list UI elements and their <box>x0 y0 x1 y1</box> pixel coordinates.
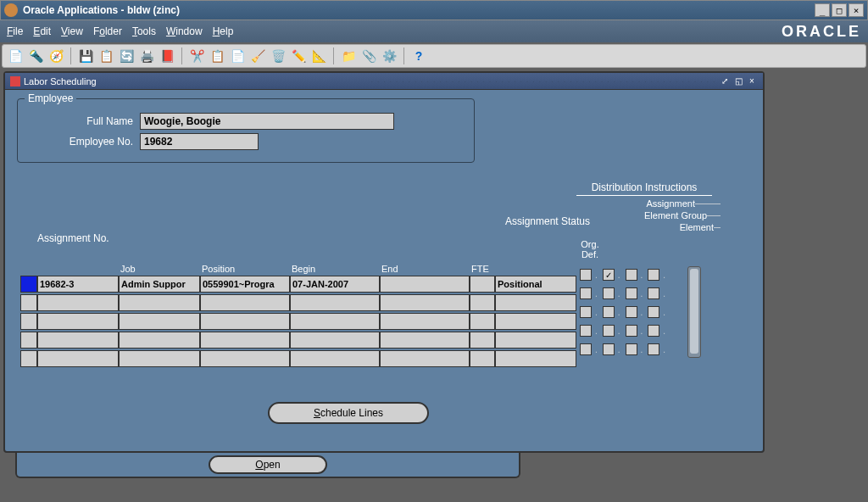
scroll-thumb[interactable] <box>690 269 698 354</box>
save-icon[interactable]: 💾 <box>78 48 93 64</box>
cell-status[interactable] <box>495 332 576 349</box>
cell-status[interactable] <box>495 350 576 367</box>
cut-icon[interactable]: ✂️ <box>189 48 204 64</box>
form-minimize-button[interactable]: ⤢ <box>719 75 731 87</box>
row-selector[interactable] <box>20 350 37 367</box>
element-group-checkbox[interactable] <box>626 343 637 355</box>
paste-icon[interactable]: 📄 <box>230 48 245 64</box>
cell-job[interactable] <box>119 294 200 311</box>
switch-icon[interactable]: 🔄 <box>119 48 134 64</box>
cell-fte[interactable] <box>470 332 495 349</box>
assignment-checkbox[interactable] <box>603 287 615 299</box>
table-row[interactable]: 19682-3 Admin Suppor 0559901~Progra 07-J… <box>20 276 576 293</box>
full-name-field[interactable] <box>140 113 394 130</box>
close-button[interactable]: × <box>849 3 864 17</box>
clear-icon[interactable]: 🧹 <box>250 48 265 64</box>
cell-status[interactable] <box>495 313 576 330</box>
assignment-checkbox[interactable]: ✓ <box>603 269 615 281</box>
cell-end[interactable] <box>380 313 470 330</box>
org-def-checkbox[interactable] <box>580 287 592 299</box>
form-restore-button[interactable]: ◱ <box>732 75 744 87</box>
element-checkbox[interactable] <box>648 306 659 318</box>
table-row[interactable] <box>20 294 576 311</box>
cell-job[interactable] <box>119 313 200 330</box>
cell-fte[interactable] <box>470 350 495 367</box>
cell-job[interactable] <box>119 332 200 349</box>
cell-assignment-no[interactable]: 19682-3 <box>37 276 119 293</box>
row-selector[interactable] <box>20 332 37 349</box>
attach-icon[interactable]: 📎 <box>361 48 376 64</box>
menu-help[interactable]: Help <box>213 25 234 37</box>
export-icon[interactable]: ⚙️ <box>381 48 397 64</box>
cell-end[interactable] <box>380 350 470 367</box>
maximize-button[interactable]: □ <box>832 3 847 17</box>
edit-icon[interactable]: ✏️ <box>291 48 306 64</box>
navigate-icon[interactable]: 🧭 <box>48 48 64 64</box>
menu-file[interactable]: File <box>7 25 23 37</box>
table-row[interactable] <box>20 350 576 367</box>
delete-icon[interactable]: 🗑️ <box>270 48 286 64</box>
element-checkbox[interactable] <box>648 287 659 299</box>
org-def-checkbox[interactable] <box>580 269 592 281</box>
table-row[interactable] <box>20 313 576 330</box>
copy-icon[interactable]: 📋 <box>209 48 225 64</box>
menu-view[interactable]: View <box>61 25 83 37</box>
grid-scrollbar[interactable] <box>687 266 701 358</box>
cell-begin[interactable] <box>290 332 380 349</box>
cell-end[interactable] <box>380 276 470 293</box>
org-def-checkbox[interactable] <box>580 306 592 318</box>
element-group-checkbox[interactable] <box>626 306 637 318</box>
org-def-checkbox[interactable] <box>580 343 592 355</box>
cell-fte[interactable] <box>470 313 495 330</box>
tools-icon[interactable]: 📐 <box>311 48 326 64</box>
print-icon[interactable]: 🖨️ <box>139 48 154 64</box>
cell-begin[interactable] <box>290 313 380 330</box>
cell-position[interactable] <box>200 332 290 349</box>
cell-fte[interactable] <box>470 276 495 293</box>
form-close-button[interactable]: × <box>746 75 758 87</box>
element-group-checkbox[interactable] <box>626 325 637 337</box>
close-form-icon[interactable]: 📕 <box>159 48 175 64</box>
element-group-checkbox[interactable] <box>626 287 637 299</box>
next-icon[interactable]: 📋 <box>98 48 114 64</box>
schedule-lines-button[interactable]: Schedule Lines <box>268 402 429 424</box>
cell-position[interactable]: 0559901~Progra <box>200 276 290 293</box>
cell-status[interactable]: Positional <box>495 276 576 293</box>
element-group-checkbox[interactable] <box>626 269 637 281</box>
new-icon[interactable]: 📄 <box>8 48 23 64</box>
cell-status[interactable] <box>495 294 576 311</box>
cell-assignment-no[interactable] <box>37 294 119 311</box>
row-selector[interactable] <box>20 313 37 330</box>
find-icon[interactable]: 🔦 <box>28 48 43 64</box>
element-checkbox[interactable] <box>648 269 659 281</box>
minimize-button[interactable]: _ <box>815 3 830 17</box>
cell-fte[interactable] <box>470 294 495 311</box>
cell-assignment-no[interactable] <box>37 313 119 330</box>
element-checkbox[interactable] <box>648 343 659 355</box>
cell-begin[interactable] <box>290 350 380 367</box>
open-button[interactable]: Open <box>209 455 327 474</box>
cell-position[interactable] <box>200 350 290 367</box>
cell-end[interactable] <box>380 332 470 349</box>
employee-no-field[interactable] <box>140 133 259 150</box>
cell-end[interactable] <box>380 294 470 311</box>
element-checkbox[interactable] <box>648 325 659 337</box>
org-def-checkbox[interactable] <box>580 325 592 337</box>
cell-assignment-no[interactable] <box>37 332 119 349</box>
menu-tools[interactable]: Tools <box>132 25 156 37</box>
table-row[interactable] <box>20 332 576 349</box>
assignment-checkbox[interactable] <box>603 325 615 337</box>
assignment-checkbox[interactable] <box>603 343 615 355</box>
cell-position[interactable] <box>200 294 290 311</box>
cell-job[interactable] <box>119 350 200 367</box>
folder-tools-icon[interactable]: 📁 <box>341 48 356 64</box>
menu-folder[interactable]: Folder <box>93 25 122 37</box>
menu-edit[interactable]: Edit <box>33 25 51 37</box>
cell-assignment-no[interactable] <box>37 350 119 367</box>
row-selector[interactable] <box>20 294 37 311</box>
cell-position[interactable] <box>200 313 290 330</box>
row-selector[interactable] <box>20 276 37 293</box>
menu-window[interactable]: Window <box>166 25 203 37</box>
cell-begin[interactable]: 07-JAN-2007 <box>290 276 380 293</box>
help-icon[interactable]: ? <box>411 48 426 64</box>
